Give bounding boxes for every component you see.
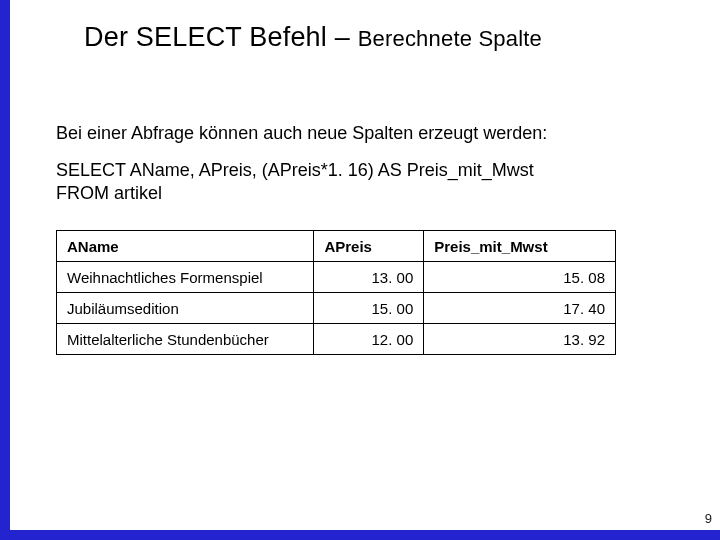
col-header-aname: AName [57,231,314,262]
cell-preis-mwst: 13. 92 [424,324,616,355]
col-header-preis-mwst: Preis_mit_Mwst [424,231,616,262]
slide-title: Der SELECT Befehl – Berechnete Spalte [84,22,542,52]
cell-preis-mwst: 15. 08 [424,262,616,293]
cell-aname: Weihnachtliches Formenspiel [57,262,314,293]
slide-body: Bei einer Abfrage können auch neue Spalt… [10,53,720,355]
title-main: Der SELECT Befehl – [84,22,358,52]
result-table: AName APreis Preis_mit_Mwst Weihnachtlic… [56,230,616,355]
slide: Der SELECT Befehl – Berechnete Spalte Be… [10,0,720,530]
cell-aname: Mittelalterliche Stundenbücher [57,324,314,355]
cell-preis-mwst: 17. 40 [424,293,616,324]
cell-apreis: 15. 00 [314,293,424,324]
sql-statement: SELECT AName, APreis, (APreis*1. 16) AS … [56,159,674,204]
cell-apreis: 13. 00 [314,262,424,293]
intro-text: Bei einer Abfrage können auch neue Spalt… [56,121,674,145]
sql-line-2: FROM artikel [56,182,674,205]
sql-line-1: SELECT AName, APreis, (APreis*1. 16) AS … [56,159,674,182]
title-sub: Berechnete Spalte [358,26,542,51]
cell-aname: Jubiläumsedition [57,293,314,324]
table-row: Weihnachtliches Formenspiel 13. 00 15. 0… [57,262,616,293]
page-number: 9 [705,511,712,526]
cell-apreis: 12. 00 [314,324,424,355]
table-row: Mittelalterliche Stundenbücher 12. 00 13… [57,324,616,355]
table-header-row: AName APreis Preis_mit_Mwst [57,231,616,262]
col-header-apreis: APreis [314,231,424,262]
title-bar: Der SELECT Befehl – Berechnete Spalte [10,22,720,53]
table-row: Jubiläumsedition 15. 00 17. 40 [57,293,616,324]
